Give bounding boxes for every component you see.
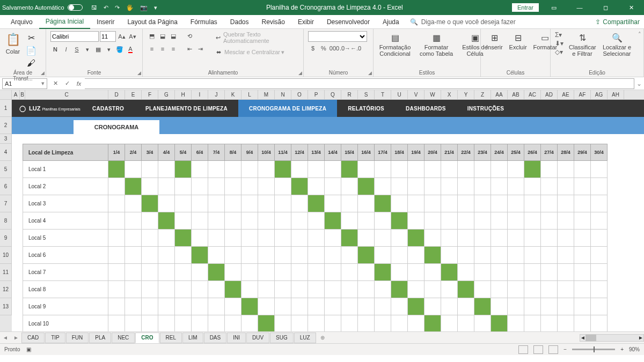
schedule-cell[interactable] (241, 298, 258, 315)
ribbon-tab-desenvolvedor[interactable]: Desenvolvedor (320, 15, 376, 29)
col-header[interactable]: AE (558, 90, 574, 99)
schedule-cell[interactable] (591, 264, 608, 281)
schedule-cell[interactable] (375, 281, 391, 298)
schedule-cell[interactable] (258, 178, 275, 195)
schedule-cell[interactable] (208, 247, 225, 264)
schedule-cell[interactable] (458, 247, 474, 264)
schedule-cell[interactable] (425, 178, 441, 195)
schedule-cell[interactable] (574, 195, 591, 212)
ribbon-tab-fórmulas[interactable]: Fórmulas (184, 15, 224, 29)
schedule-cell[interactable] (125, 298, 142, 315)
schedule-cell[interactable] (192, 212, 208, 230)
schedule-cell[interactable] (541, 212, 558, 230)
ribbon-tab-inserir[interactable]: Inserir (90, 15, 121, 29)
underline-icon[interactable]: S (72, 45, 82, 54)
schedule-cell[interactable] (541, 195, 558, 212)
schedule-cell[interactable] (458, 315, 474, 331)
sheet-tab-cad[interactable]: CAD (21, 333, 45, 343)
schedule-cell[interactable] (474, 315, 491, 331)
schedule-cell[interactable] (474, 178, 491, 195)
ribbon-tab-página-inicial[interactable]: Página Inicial (39, 15, 90, 29)
schedule-cell[interactable] (474, 247, 491, 264)
location-cell[interactable]: Local 5 (23, 230, 108, 247)
schedule-cell[interactable] (341, 161, 358, 178)
schedule-cell[interactable] (524, 161, 541, 178)
schedule-cell[interactable] (108, 212, 125, 230)
schedule-cell[interactable] (375, 195, 391, 212)
maximize-icon[interactable]: ◻ (595, 0, 616, 15)
schedule-cell[interactable] (225, 230, 241, 247)
col-header[interactable]: AF (574, 90, 591, 99)
row-header[interactable]: 10 (0, 247, 12, 264)
schedule-cell[interactable] (408, 161, 425, 178)
location-cell[interactable]: Local 8 (23, 281, 108, 298)
schedule-cell[interactable] (192, 161, 208, 178)
schedule-cell[interactable] (591, 281, 608, 298)
align-bottom-icon[interactable]: ⬓ (169, 31, 178, 41)
font-size-input[interactable] (100, 31, 116, 42)
schedule-cell[interactable] (358, 230, 375, 247)
number-format-select[interactable] (308, 31, 367, 42)
schedule-cell[interactable] (275, 315, 291, 331)
ribbon-tab-revisão[interactable]: Revisão (255, 15, 291, 29)
border-icon[interactable]: ▦ (93, 45, 103, 54)
schedule-cell[interactable] (258, 195, 275, 212)
collapse-ribbon-icon[interactable]: ˄ (638, 31, 641, 38)
schedule-cell[interactable] (541, 247, 558, 264)
schedule-cell[interactable] (325, 281, 341, 298)
schedule-cell[interactable] (391, 161, 408, 178)
schedule-cell[interactable] (291, 264, 308, 281)
italic-icon[interactable]: I (61, 45, 71, 54)
sheet-tab-cro[interactable]: CRO (135, 333, 159, 343)
minimize-icon[interactable]: — (569, 0, 590, 15)
sheet-tab-ini[interactable]: INI (227, 333, 246, 343)
copy-icon[interactable]: 📄 (26, 45, 36, 56)
col-header[interactable]: AB (508, 90, 524, 99)
schedule-cell[interactable] (391, 212, 408, 230)
align-top-icon[interactable]: ⬒ (147, 31, 157, 41)
schedule-cell[interactable] (108, 247, 125, 264)
schedule-cell[interactable] (375, 298, 391, 315)
schedule-cell[interactable] (491, 195, 508, 212)
schedule-cell[interactable] (358, 212, 375, 230)
schedule-cell[interactable] (241, 264, 258, 281)
schedule-cell[interactable] (491, 281, 508, 298)
sheet-tab-luz[interactable]: LUZ (294, 333, 316, 343)
schedule-cell[interactable] (175, 281, 192, 298)
schedule-cell[interactable] (391, 281, 408, 298)
schedule-cell[interactable] (125, 281, 142, 298)
schedule-cell[interactable] (225, 195, 241, 212)
schedule-cell[interactable] (108, 315, 125, 331)
schedule-cell[interactable] (258, 315, 275, 331)
location-cell[interactable]: Local 10 (23, 315, 108, 331)
schedule-cell[interactable] (524, 264, 541, 281)
schedule-cell[interactable] (524, 178, 541, 195)
schedule-cell[interactable] (591, 298, 608, 315)
sheet-tab-rel[interactable]: REL (160, 333, 182, 343)
schedule-cell[interactable] (591, 178, 608, 195)
align-right-icon[interactable]: ≡ (169, 44, 178, 54)
col-header[interactable]: AD (541, 90, 558, 99)
schedule-cell[interactable] (441, 195, 458, 212)
schedule-cell[interactable] (391, 247, 408, 264)
fx-icon[interactable]: fx (73, 80, 85, 87)
schedule-cell[interactable] (591, 315, 608, 331)
zoom-out-icon[interactable]: − (564, 346, 567, 352)
tab-prev-icon[interactable]: ◄ (0, 335, 11, 341)
schedule-cell[interactable] (208, 212, 225, 230)
schedule-cell[interactable] (474, 161, 491, 178)
schedule-cell[interactable] (441, 178, 458, 195)
schedule-cell[interactable] (142, 247, 158, 264)
col-header[interactable]: L (241, 90, 258, 99)
schedule-cell[interactable] (308, 298, 325, 315)
signin-button[interactable]: Entrar (512, 3, 539, 12)
schedule-cell[interactable] (491, 298, 508, 315)
schedule-cell[interactable] (158, 281, 175, 298)
location-cell[interactable]: Local 9 (23, 298, 108, 315)
ribbon-tab-exibir[interactable]: Exibir (291, 15, 320, 29)
formula-input[interactable] (85, 78, 634, 89)
zoom-level[interactable]: 90% (629, 346, 640, 352)
schedule-cell[interactable] (358, 264, 375, 281)
schedule-cell[interactable] (441, 212, 458, 230)
schedule-cell[interactable] (291, 161, 308, 178)
